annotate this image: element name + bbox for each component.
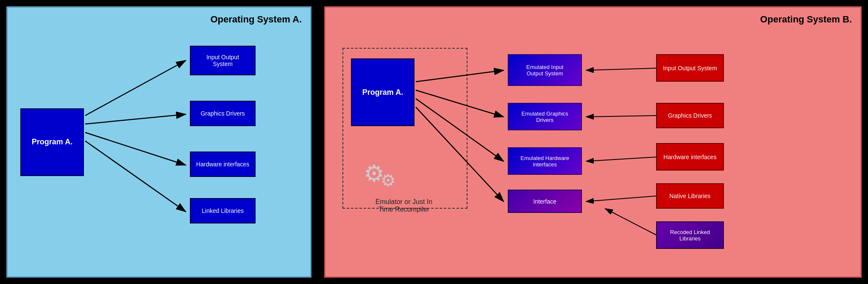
os-b-title: Operating System B. [760,14,852,25]
diagram-container: Operating System A. Program A. Input Out… [0,0,868,284]
svg-line-15 [605,209,656,235]
ehi-box: Emulated Hardwareinterfaces [508,147,582,175]
nll-box: Native Libraries [656,183,724,209]
svg-line-11 [586,68,656,70]
os-a-title: Operating System A. [210,14,302,25]
nios-box: Input Output System [656,54,724,82]
svg-line-12 [586,116,656,117]
nhi-box: Hardware interfaces [656,143,724,171]
eios-box: Emulated InputOutput System [508,54,582,86]
gd-box: Graphics Drivers [190,101,256,126]
os-a-panel: Operating System A. Program A. Input Out… [6,6,312,278]
svg-line-14 [586,196,656,201]
svg-line-2 [85,114,186,124]
emulator-label: Emulator or Just InTime Recompiler [345,198,463,213]
program-a-left: Program A. [20,108,84,176]
svg-line-3 [85,132,186,165]
iface-box: Interface [508,190,582,213]
program-a-right: Program A. [351,58,415,126]
hi-box: Hardware interfaces [190,152,256,177]
svg-line-4 [85,141,186,212]
os-b-panel: Operating System B. ⚙ ⚙ Emulator or Just… [324,6,862,278]
rll-box: Recoded LinkedLibraries [656,221,724,249]
gear-icons-2: ⚙ [381,171,396,190]
svg-line-1 [85,61,186,116]
egd-box: Emulated GraphicsDrivers [508,103,582,130]
ios-box: Input OutputSystem [190,46,256,75]
ll-box: Linked Libraries [190,198,256,223]
svg-line-13 [586,157,656,161]
ngd-box: Graphics Drivers [656,103,724,128]
